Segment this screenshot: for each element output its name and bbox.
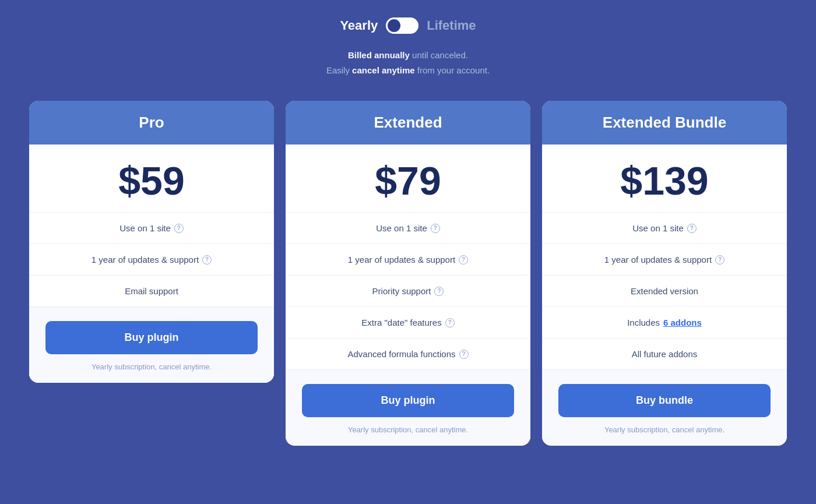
- billing-line1: Billed annually until canceled.: [326, 48, 490, 63]
- extended-feature-1-text: Use on 1 site: [376, 223, 427, 233]
- billing-suffix: from your account.: [415, 65, 490, 75]
- bundle-header: Extended Bundle: [542, 101, 787, 144]
- question-icon-5[interactable]: ?: [434, 287, 444, 296]
- pro-feature-2-text: 1 year of updates & support: [92, 255, 199, 265]
- question-icon-1[interactable]: ?: [174, 224, 184, 233]
- bundle-cta: Buy bundle Yearly subscription, cancel a…: [542, 369, 787, 446]
- toggle-thumb: [388, 19, 400, 32]
- extended-body: $79 Use on 1 site ? 1 year of updates & …: [286, 144, 530, 446]
- addons-link[interactable]: 6 addons: [663, 318, 702, 327]
- question-icon-8[interactable]: ?: [687, 224, 697, 233]
- bundle-feature-3: Extended version: [542, 276, 787, 307]
- extended-features: Use on 1 site ? 1 year of updates & supp…: [286, 213, 530, 369]
- bundle-price-section: $139: [542, 144, 787, 213]
- pro-features: Use on 1 site ? 1 year of updates & supp…: [29, 213, 274, 306]
- yearly-label: Yearly: [340, 18, 378, 33]
- question-icon-3[interactable]: ?: [431, 224, 440, 233]
- pro-price-section: $59: [29, 144, 274, 213]
- billing-rest: until canceled.: [410, 50, 468, 60]
- extended-feature-3: Priority support ?: [286, 276, 530, 307]
- extended-title: Extended: [297, 114, 519, 132]
- pro-feature-3: Email support: [29, 276, 274, 306]
- bundle-feature-4-prefix: Includes: [627, 318, 660, 327]
- bundle-price: $139: [554, 161, 775, 200]
- pro-buy-button[interactable]: Buy plugin: [45, 321, 258, 354]
- billing-bold: Billed annually: [348, 50, 410, 60]
- pro-price: $59: [41, 161, 262, 200]
- extended-header: Extended: [286, 101, 530, 144]
- question-icon-7[interactable]: ?: [459, 350, 469, 359]
- question-icon-2[interactable]: ?: [202, 255, 212, 265]
- billing-info: Billed annually until canceled. Easily c…: [326, 48, 490, 77]
- billing-line2: Easily cancel anytime from your account.: [326, 63, 490, 78]
- extended-cta: Buy plugin Yearly subscription, cancel a…: [286, 369, 530, 446]
- question-icon-9[interactable]: ?: [715, 255, 724, 265]
- bundle-feature-5-text: All future addons: [632, 349, 698, 359]
- extended-buy-button[interactable]: Buy plugin: [302, 384, 514, 417]
- bundle-feature-2: 1 year of updates & support ?: [542, 244, 787, 276]
- extended-feature-3-text: Priority support: [372, 286, 431, 296]
- bundle-buy-button[interactable]: Buy bundle: [558, 384, 771, 417]
- pro-feature-1: Use on 1 site ?: [29, 213, 274, 244]
- bundle-cta-note: Yearly subscription, cancel anytime.: [558, 425, 771, 434]
- pro-body: $59 Use on 1 site ? 1 year of updates & …: [29, 144, 274, 383]
- pro-feature-1-text: Use on 1 site: [119, 223, 171, 233]
- bundle-card: Extended Bundle $139 Use on 1 site ? 1 y…: [542, 101, 787, 446]
- extended-feature-1: Use on 1 site ?: [286, 213, 530, 244]
- bundle-feature-3-text: Extended version: [631, 286, 698, 296]
- bundle-features: Use on 1 site ? 1 year of updates & supp…: [542, 213, 787, 369]
- bundle-feature-5: All future addons: [542, 339, 787, 369]
- billing-prefix: Easily: [326, 65, 352, 75]
- extended-feature-2-text: 1 year of updates & support: [348, 255, 455, 265]
- bundle-feature-1-text: Use on 1 site: [632, 223, 684, 233]
- extended-card: Extended $79 Use on 1 site ? 1 year of u…: [286, 101, 530, 446]
- bundle-feature-1: Use on 1 site ?: [542, 213, 787, 244]
- extended-feature-4-text: Extra "date" features: [361, 318, 441, 327]
- pro-card: Pro $59 Use on 1 site ? 1 year of update…: [29, 101, 274, 383]
- pro-header: Pro: [29, 101, 274, 144]
- extended-price-section: $79: [286, 144, 530, 213]
- bundle-body: $139 Use on 1 site ? 1 year of updates &…: [542, 144, 787, 446]
- extended-cta-note: Yearly subscription, cancel anytime.: [302, 425, 514, 434]
- extended-feature-4: Extra "date" features ?: [286, 307, 530, 339]
- extended-feature-2: 1 year of updates & support ?: [286, 244, 530, 276]
- extended-feature-5: Advanced formula functions ?: [286, 339, 530, 369]
- bundle-feature-4: Includes 6 addons: [542, 307, 787, 339]
- billing-toggle: Yearly Lifetime: [340, 17, 476, 34]
- pro-title: Pro: [41, 114, 262, 132]
- lifetime-label: Lifetime: [427, 18, 476, 33]
- extended-feature-5-text: Advanced formula functions: [347, 349, 455, 359]
- pro-cta-note: Yearly subscription, cancel anytime.: [45, 362, 258, 371]
- bundle-title: Extended Bundle: [554, 114, 775, 132]
- pro-feature-2: 1 year of updates & support ?: [29, 244, 274, 276]
- pro-feature-3-text: Email support: [125, 286, 178, 296]
- pricing-cards: Pro $59 Use on 1 site ? 1 year of update…: [17, 101, 799, 446]
- extended-price: $79: [297, 161, 519, 200]
- toggle-switch[interactable]: [386, 17, 418, 34]
- question-icon-6[interactable]: ?: [445, 318, 455, 327]
- pro-cta: Buy plugin Yearly subscription, cancel a…: [29, 306, 274, 383]
- bundle-feature-2-text: 1 year of updates & support: [604, 255, 712, 265]
- cancel-highlight: cancel anytime: [352, 65, 415, 75]
- question-icon-4[interactable]: ?: [459, 255, 468, 265]
